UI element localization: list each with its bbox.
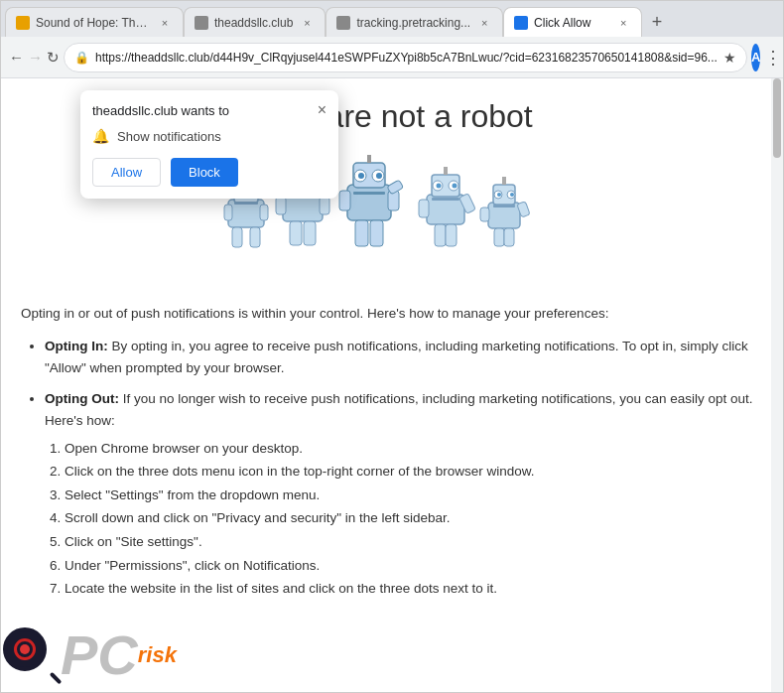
- block-button[interactable]: Block: [171, 158, 238, 187]
- sub-list-item-4: Scroll down and click on "Privacy and se…: [65, 507, 753, 529]
- tab-2-close[interactable]: ×: [299, 15, 315, 31]
- svg-rect-10: [232, 227, 242, 247]
- tab-3-close[interactable]: ×: [476, 15, 492, 31]
- tab-2-favicon: [195, 16, 208, 30]
- tab-4-favicon: [514, 16, 528, 30]
- list-item-opting-in: Opting In: By opting in, you agree to re…: [45, 336, 753, 378]
- tab-1-close[interactable]: ×: [157, 15, 173, 31]
- popup-notification-label: Show notifications: [117, 129, 221, 144]
- scrollbar-thumb[interactable]: [773, 78, 781, 158]
- tab-1-title: Sound of Hope: The...: [36, 16, 151, 30]
- svg-rect-22: [290, 221, 302, 245]
- svg-rect-26: [367, 155, 371, 163]
- tab-3-title: tracking.pretracking...: [356, 16, 470, 30]
- bookmark-icon[interactable]: ★: [723, 50, 736, 66]
- menu-button[interactable]: ⋮: [764, 44, 782, 71]
- svg-rect-47: [435, 224, 446, 246]
- sub-list-item-5: Click on "Site settings".: [65, 531, 753, 553]
- svg-point-43: [453, 184, 457, 189]
- svg-point-55: [510, 193, 514, 197]
- profile-avatar[interactable]: A: [751, 44, 760, 71]
- svg-rect-32: [339, 191, 350, 210]
- svg-rect-9: [260, 205, 268, 220]
- back-button[interactable]: ←: [9, 44, 24, 71]
- sub-list-item-2: Click on the three dots menu icon in the…: [65, 461, 753, 483]
- opting-out-text: If you no longer wish to receive push no…: [45, 391, 753, 428]
- logo-magnifying-glass: [1, 625, 61, 685]
- lock-icon: 🔒: [74, 51, 89, 65]
- opting-out-label: Opting Out:: [45, 391, 119, 406]
- svg-rect-23: [304, 221, 316, 245]
- body-intro-text: Opting in or out of push notifications i…: [21, 304, 753, 324]
- svg-rect-45: [419, 200, 429, 217]
- list-item-opting-out: Opting Out: If you no longer wish to rec…: [45, 388, 753, 599]
- svg-rect-7: [234, 202, 258, 205]
- svg-rect-34: [355, 220, 368, 246]
- popup-close-button[interactable]: ×: [318, 102, 327, 118]
- new-tab-button[interactable]: +: [642, 7, 672, 37]
- svg-rect-57: [480, 208, 489, 221]
- svg-rect-24: [347, 185, 391, 220]
- svg-point-28: [358, 173, 364, 179]
- popup-notification-row: 🔔 Show notifications: [92, 128, 327, 144]
- tab-4[interactable]: Click Allow ×: [503, 7, 642, 37]
- popup-title: theaddsllc.club wants to: [92, 103, 229, 118]
- tab-3-favicon: [336, 16, 350, 30]
- opting-in-label: Opting In:: [45, 339, 108, 353]
- svg-rect-59: [494, 228, 504, 246]
- tab-4-close[interactable]: ×: [615, 15, 631, 31]
- allow-button[interactable]: Allow: [92, 158, 161, 187]
- svg-point-53: [497, 193, 501, 197]
- logo-risk-text: risk: [138, 644, 177, 666]
- svg-rect-60: [504, 228, 514, 246]
- popup-buttons: Allow Block: [92, 158, 327, 187]
- bell-icon: 🔔: [92, 128, 109, 144]
- svg-point-41: [437, 184, 442, 189]
- sub-list-item-3: Select "Settings" from the dropdown menu…: [65, 485, 753, 506]
- tab-2-title: theaddsllc.club: [214, 16, 293, 30]
- sub-list-item-6: Under "Permissions", click on Notificati…: [65, 555, 753, 577]
- svg-rect-31: [353, 192, 385, 195]
- tab-3[interactable]: tracking.pretracking... ×: [326, 7, 503, 37]
- logo-text-area: PC risk: [61, 627, 177, 683]
- tab-bar: Sound of Hope: The... × theaddsllc.club …: [1, 1, 783, 37]
- reload-button[interactable]: ↻: [47, 44, 60, 71]
- svg-rect-48: [446, 224, 457, 246]
- tab-1-favicon: [16, 16, 30, 30]
- forward-button[interactable]: →: [28, 44, 43, 71]
- notification-popup: theaddsllc.club wants to × 🔔 Show notifi…: [80, 90, 338, 199]
- tab-1[interactable]: Sound of Hope: The... ×: [5, 7, 184, 37]
- address-text: https://theaddsllc.club/d44H9v_ClRqyjuse…: [95, 51, 718, 65]
- bottom-logo: PC risk: [1, 613, 219, 692]
- svg-rect-11: [250, 227, 260, 247]
- scrollbar[interactable]: [771, 78, 783, 692]
- sub-list: Open Chrome browser on your desktop. Cli…: [45, 438, 753, 600]
- svg-rect-21: [320, 197, 329, 214]
- nav-bar: ← → ↻ 🔒 https://theaddsllc.club/d44H9v_C…: [1, 37, 783, 78]
- tab-4-title: Click Allow: [534, 16, 609, 30]
- browser-frame: Sound of Hope: The... × theaddsllc.club …: [0, 0, 784, 693]
- svg-rect-35: [370, 220, 383, 246]
- content-area: theaddsllc.club wants to × 🔔 Show notifi…: [1, 78, 783, 692]
- sub-list-item-7: Locate the website in the list of sites …: [65, 578, 753, 600]
- sub-list-item-1: Open Chrome browser on your desktop.: [65, 438, 753, 460]
- body-list: Opting In: By opting in, you agree to re…: [21, 336, 753, 600]
- svg-point-30: [376, 173, 382, 179]
- svg-rect-39: [444, 167, 448, 175]
- tab-2[interactable]: theaddsllc.club ×: [184, 7, 326, 37]
- svg-rect-51: [502, 177, 506, 185]
- logo-pc-text: PC: [61, 627, 138, 683]
- svg-rect-44: [432, 198, 459, 201]
- svg-rect-8: [224, 205, 232, 220]
- address-bar[interactable]: 🔒 https://theaddsllc.club/d44H9v_ClRqyju…: [64, 43, 747, 72]
- opting-in-text: By opting in, you agree to receive push …: [45, 339, 748, 375]
- svg-rect-20: [276, 197, 286, 214]
- popup-header: theaddsllc.club wants to ×: [92, 102, 327, 118]
- svg-rect-56: [493, 205, 515, 208]
